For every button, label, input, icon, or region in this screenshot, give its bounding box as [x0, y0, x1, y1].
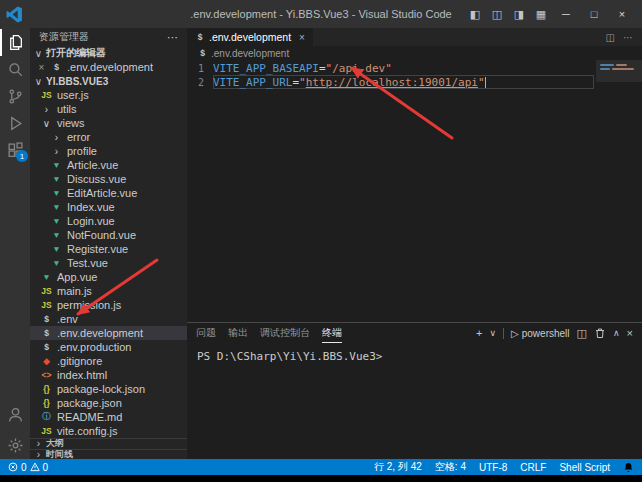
- search-icon[interactable]: [0, 56, 30, 83]
- tree-item[interactable]: ▼ EditArticle.vue: [30, 186, 187, 200]
- tree-item[interactable]: › profile: [30, 144, 187, 158]
- tree-item[interactable]: ▼ Index.vue: [30, 200, 187, 214]
- minimize-button[interactable]: ─: [552, 0, 580, 28]
- cursor-position-status[interactable]: 行 2, 列 42: [374, 460, 422, 474]
- env-file-icon: $: [40, 342, 53, 352]
- tree-item[interactable]: ▼ Test.vue: [30, 256, 187, 270]
- chevron-down-icon: ∨: [34, 48, 43, 59]
- text-cursor: [485, 77, 486, 88]
- tree-item[interactable]: JS permission.js: [30, 298, 187, 312]
- tree-item[interactable]: $ .env.production: [30, 340, 187, 354]
- source-control-icon[interactable]: [0, 83, 30, 110]
- terminal-profile-button[interactable]: ▷ powershell: [511, 328, 570, 339]
- new-terminal-icon[interactable]: +: [476, 327, 482, 339]
- chevron-right-icon: ›: [40, 104, 53, 115]
- language-mode-status[interactable]: Shell Script: [559, 462, 610, 473]
- open-editors-section-header[interactable]: ∨ 打开的编辑器: [30, 46, 187, 60]
- tree-item[interactable]: $ .env: [30, 312, 187, 326]
- kill-terminal-icon[interactable]: [594, 327, 606, 339]
- tree-item[interactable]: ▼ NotFound.vue: [30, 228, 187, 242]
- editor-group: $ .env.development × ◫ ⋯ $ .env.developm…: [187, 28, 642, 459]
- indentation-status[interactable]: 空格: 4: [435, 460, 466, 474]
- close-icon[interactable]: ×: [37, 62, 46, 73]
- eol-status[interactable]: CRLF: [520, 462, 546, 473]
- vue-file-icon: ▼: [50, 244, 63, 254]
- env-file-icon: $: [195, 32, 205, 42]
- line-number: 2: [187, 77, 213, 88]
- outline-section-header[interactable]: › 大纲: [30, 438, 187, 449]
- open-editor-item[interactable]: × $ .env.development: [30, 60, 187, 74]
- maximize-button[interactable]: □: [580, 0, 608, 28]
- tab-env-development[interactable]: $ .env.development ×: [187, 28, 313, 46]
- tree-item[interactable]: ◆ .gitignore: [30, 354, 187, 368]
- warning-icon: [30, 462, 40, 472]
- tab-terminal[interactable]: 终端: [322, 323, 342, 343]
- terminal-dropdown-icon[interactable]: ∨: [489, 328, 496, 338]
- editor-more-actions-icon[interactable]: ⋯: [623, 32, 633, 43]
- toggle-panel-icon[interactable]: ◫: [486, 3, 508, 25]
- file-tree: JS user.js › utils ∨ views › error › pro…: [30, 88, 187, 438]
- split-editor-icon[interactable]: ◫: [606, 32, 615, 43]
- toggle-secondary-sidebar-icon[interactable]: ◨: [508, 3, 530, 25]
- js-file-icon: JS: [40, 286, 53, 296]
- extensions-icon[interactable]: 1: [0, 137, 30, 164]
- tree-item[interactable]: › error: [30, 130, 187, 144]
- tree-item[interactable]: ▼ Register.vue: [30, 242, 187, 256]
- git-file-icon: ◆: [40, 356, 53, 366]
- sidebar-header: 资源管理器 ⋯: [30, 28, 187, 46]
- tree-item[interactable]: ⓘ README.md: [30, 410, 187, 424]
- tree-item[interactable]: $ .env.development: [30, 326, 187, 340]
- tree-item[interactable]: ▼ Article.vue: [30, 158, 187, 172]
- account-icon[interactable]: [0, 401, 30, 428]
- tree-item[interactable]: JS main.js: [30, 284, 187, 298]
- vue-file-icon: ▼: [50, 258, 63, 268]
- html-file-icon: <>: [40, 370, 53, 380]
- vue-file-icon: ▼: [50, 174, 63, 184]
- timeline-section-header[interactable]: › 时间线: [30, 449, 187, 460]
- tree-item[interactable]: ▼ App.vue: [30, 270, 187, 284]
- tab-debug-console[interactable]: 调试控制台: [260, 323, 310, 343]
- problems-status[interactable]: 0 0: [8, 462, 48, 473]
- code-line-2: 2 VITE_APP_URL="http://localhost:19001/a…: [187, 75, 642, 89]
- tab-problems[interactable]: 问题: [196, 323, 216, 343]
- tree-item[interactable]: ▼ Discuss.vue: [30, 172, 187, 186]
- tree-item[interactable]: JS vite.config.js: [30, 424, 187, 438]
- tree-item[interactable]: ▼ Login.vue: [30, 214, 187, 228]
- tree-item[interactable]: ∨ views: [30, 116, 187, 130]
- code-editor[interactable]: 1 VITE_APP_BASEAPI="/api-dev" 2 VITE_APP…: [187, 60, 642, 322]
- toggle-primary-sidebar-icon[interactable]: ◧: [464, 3, 486, 25]
- project-section-header[interactable]: ∨ YI.BBS.VUE3: [30, 74, 187, 88]
- close-window-button[interactable]: ×: [608, 0, 636, 28]
- explorer-icon[interactable]: [0, 29, 30, 56]
- notifications-bell-icon[interactable]: [623, 462, 634, 473]
- tree-item[interactable]: {} package.json: [30, 396, 187, 410]
- close-panel-icon[interactable]: ×: [627, 327, 633, 339]
- encoding-status[interactable]: UTF-8: [479, 462, 507, 473]
- sidebar-bottom-sections: › 大纲 › 时间线: [30, 438, 187, 459]
- terminal-prompt: PS D:\CSharp\Yi\Yi.BBS.Vue3>: [197, 350, 382, 363]
- tree-item[interactable]: JS user.js: [30, 88, 187, 102]
- tree-item[interactable]: <> index.html: [30, 368, 187, 382]
- minimap-slider[interactable]: [596, 60, 642, 82]
- js-file-icon: JS: [40, 300, 53, 310]
- chevron-down-icon: ∨: [34, 76, 43, 87]
- window-bottom-edge: [0, 475, 642, 482]
- explorer-sidebar: 资源管理器 ⋯ ∨ 打开的编辑器 × $ .env.development ∨ …: [30, 28, 187, 459]
- tree-item[interactable]: {} package-lock.json: [30, 382, 187, 396]
- close-tab-icon[interactable]: ×: [299, 32, 305, 43]
- tab-output[interactable]: 输出: [228, 323, 248, 343]
- breadcrumb[interactable]: $ .env.development: [187, 46, 642, 60]
- tree-item[interactable]: › utils: [30, 102, 187, 116]
- chevron-down-icon: ∨: [40, 118, 53, 129]
- url-link[interactable]: http://localhost:19001/api: [306, 76, 478, 89]
- settings-gear-icon[interactable]: [0, 432, 30, 459]
- tab-bar: $ .env.development × ◫ ⋯: [187, 28, 642, 46]
- customize-layout-icon[interactable]: ▦: [530, 3, 552, 25]
- extensions-badge: 1: [16, 150, 28, 162]
- split-terminal-icon[interactable]: ◫: [577, 327, 587, 340]
- maximize-panel-icon[interactable]: ∧: [613, 328, 620, 338]
- minimap[interactable]: [596, 60, 642, 322]
- run-debug-icon[interactable]: [0, 110, 30, 137]
- more-actions-icon[interactable]: ⋯: [167, 31, 178, 44]
- terminal[interactable]: PS D:\CSharp\Yi\Yi.BBS.Vue3>: [187, 343, 642, 459]
